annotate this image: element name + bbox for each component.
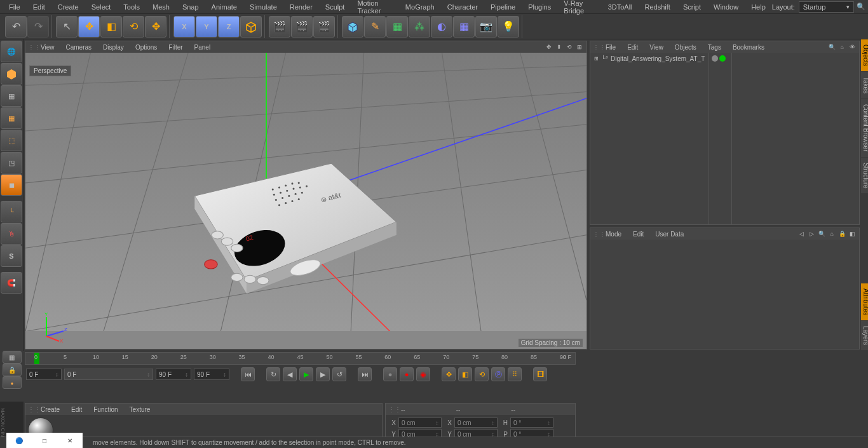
key-rot-button[interactable]: ⟲ xyxy=(475,367,489,381)
obj-menu-view[interactable]: View xyxy=(644,43,668,52)
menu-render[interactable]: Render xyxy=(283,1,319,13)
obj-menu-tags[interactable]: Tags xyxy=(703,43,726,52)
goto-start-button[interactable]: ⏮ xyxy=(241,367,255,381)
obj-menu-edit[interactable]: Edit xyxy=(622,43,643,52)
live-select-button[interactable]: ↖ xyxy=(56,16,78,37)
play-button[interactable]: ▶ xyxy=(299,367,313,381)
mat-menu-edit[interactable]: Edit xyxy=(66,405,87,414)
app-icon[interactable]: 🔵 xyxy=(13,434,25,447)
tl-grid-button[interactable]: ▦ xyxy=(3,351,22,363)
vp-menu-options[interactable]: Options xyxy=(130,43,162,52)
deformer-button[interactable]: ◐ xyxy=(431,16,452,37)
timeline-ruler[interactable]: 0510152025303540455055606570758085900 F xyxy=(25,352,576,365)
key-pos-button[interactable]: ✥ xyxy=(442,367,456,381)
tab-layers[interactable]: Layers xyxy=(861,321,868,350)
obj-menu-file[interactable]: File xyxy=(600,43,621,52)
cube-primitive-button[interactable] xyxy=(342,16,363,37)
point-mode-button[interactable]: ⬚ xyxy=(1,130,22,151)
menu-mesh[interactable]: Mesh xyxy=(146,1,176,13)
tab-content-browser[interactable]: Content Browser xyxy=(861,99,868,156)
attr-search-icon[interactable]: 🔍 xyxy=(817,229,826,238)
menu-pipeline[interactable]: Pipeline xyxy=(484,1,522,13)
menu-snap[interactable]: Snap xyxy=(176,1,205,13)
key-pla-button[interactable]: ⠿ xyxy=(508,367,522,381)
vp-menu-view[interactable]: View xyxy=(36,43,60,52)
magnet-button[interactable]: 🧲 xyxy=(1,272,22,294)
vp-menu-panel[interactable]: Panel xyxy=(189,43,216,52)
render-pv-button[interactable]: 🎬 xyxy=(291,16,313,37)
key-scale-button[interactable]: ◧ xyxy=(458,367,472,381)
menu-animate[interactable]: Animate xyxy=(205,1,243,13)
attr-menu-edit[interactable]: Edit xyxy=(628,229,649,239)
menu-script[interactable]: Script xyxy=(677,1,707,13)
menu-tools[interactable]: Tools xyxy=(117,1,146,13)
attr-panel-grip-icon[interactable]: ⋮⋮ xyxy=(593,231,599,238)
attr-lock-icon[interactable]: 🔒 xyxy=(837,229,846,238)
attr-nav-back-icon[interactable]: ◁ xyxy=(797,229,806,238)
menu-redshift[interactable]: Redshift xyxy=(639,1,677,13)
tl-key-button[interactable]: ⬧ xyxy=(3,376,22,389)
object-name-label[interactable]: Digital_Answering_System_AT_T xyxy=(611,55,705,62)
render-settings-button[interactable]: 🎬 xyxy=(313,16,335,37)
camera-button[interactable]: 📷 xyxy=(475,16,497,37)
expand-icon[interactable]: ⊞ xyxy=(594,56,599,62)
attr-home-icon[interactable]: ⌂ xyxy=(827,229,836,238)
menu-3dtoall[interactable]: 3DToAll xyxy=(602,1,639,13)
menu-window[interactable]: Window xyxy=(707,1,745,13)
obj-menu-bookmarks[interactable]: Bookmarks xyxy=(728,43,770,52)
menu-create[interactable]: Create xyxy=(51,1,85,13)
model-mode-button[interactable] xyxy=(1,63,22,85)
menu-simulate[interactable]: Simulate xyxy=(243,1,283,13)
obj-eye-icon[interactable]: 👁 xyxy=(848,43,857,51)
attr-nav-fwd-icon[interactable]: ▷ xyxy=(807,229,816,238)
attr-menu-userdata[interactable]: User Data xyxy=(650,229,689,239)
loop-fwd-button[interactable]: ↺ xyxy=(332,367,346,381)
restore-button[interactable]: □ xyxy=(38,434,51,447)
last-tool-button[interactable]: ✥ xyxy=(145,16,166,37)
array-button[interactable]: ⁂ xyxy=(409,16,430,37)
scale-button[interactable]: ◧ xyxy=(100,16,122,37)
menu-mograph[interactable]: MoGraph xyxy=(399,1,441,13)
tl-lock-button[interactable]: 🔒 xyxy=(3,363,22,376)
menu-plugins[interactable]: Plugins xyxy=(522,1,557,13)
tl-project-start-input[interactable]: 0 F xyxy=(26,369,62,380)
menu-file[interactable]: File xyxy=(3,1,27,13)
texture-mode-button[interactable]: ▦ xyxy=(1,85,22,107)
menu-character[interactable]: Character xyxy=(441,1,484,13)
menu-edit[interactable]: Edit xyxy=(27,1,51,13)
menu-help[interactable]: Help xyxy=(745,1,772,13)
render-view-button[interactable]: 🎬 xyxy=(269,16,290,37)
visibility-tag-top[interactable] xyxy=(712,55,718,62)
goto-end-button[interactable]: ⏭ xyxy=(358,367,372,381)
redo-button[interactable]: ↷ xyxy=(27,16,49,37)
coord-panel-grip-icon[interactable]: ⋮⋮ xyxy=(388,406,395,413)
subdiv-button[interactable]: ▦ xyxy=(386,16,408,37)
tab-takes[interactable]: Takes xyxy=(861,72,868,98)
pen-tool-button[interactable]: ✎ xyxy=(364,16,386,37)
vp-menu-cameras[interactable]: Cameras xyxy=(61,43,97,52)
record-button[interactable]: ● xyxy=(383,367,397,381)
vp-pan-icon[interactable]: ✥ xyxy=(545,43,553,51)
tl-preview-end-input[interactable]: 90 F xyxy=(194,369,229,380)
mat-menu-texture[interactable]: Texture xyxy=(125,405,156,414)
coord-size-input[interactable]: 0 cm xyxy=(454,417,498,428)
snap-toggle-button[interactable]: S xyxy=(1,245,22,267)
workplane-button[interactable]: ▦ xyxy=(1,107,22,129)
obj-menu-objects[interactable]: Objects xyxy=(670,43,702,52)
visibility-tag-bot[interactable] xyxy=(719,55,726,62)
vp-zoom-icon[interactable]: ⬍ xyxy=(555,43,564,51)
tab-attributes[interactable]: Attributes xyxy=(861,283,868,320)
vp-rotate-icon[interactable]: ⟲ xyxy=(565,43,574,51)
object-tree-item[interactable]: ⊞ └° Digital_Answering_System_AT_T xyxy=(590,53,709,65)
autokey-button[interactable]: ● xyxy=(400,367,414,381)
menu-motiontracker[interactable]: Motion Tracker xyxy=(351,0,398,17)
coord-pos-input[interactable]: 0 cm xyxy=(398,417,442,428)
axis-mode-button[interactable]: └ xyxy=(1,201,22,222)
z-axis-button[interactable]: Z xyxy=(218,16,240,37)
edge-mode-button[interactable]: ◳ xyxy=(1,152,22,173)
viewport-3d[interactable]: ⊜ at&t 02 Perspective Grid Spacing : 10 … xyxy=(25,53,587,349)
panel-grip-icon[interactable]: ⋮⋮ xyxy=(28,44,34,51)
close-button[interactable]: ✕ xyxy=(64,434,76,447)
prev-frame-button[interactable]: ◀ xyxy=(283,367,297,381)
obj-home-icon[interactable]: ⌂ xyxy=(837,43,846,51)
